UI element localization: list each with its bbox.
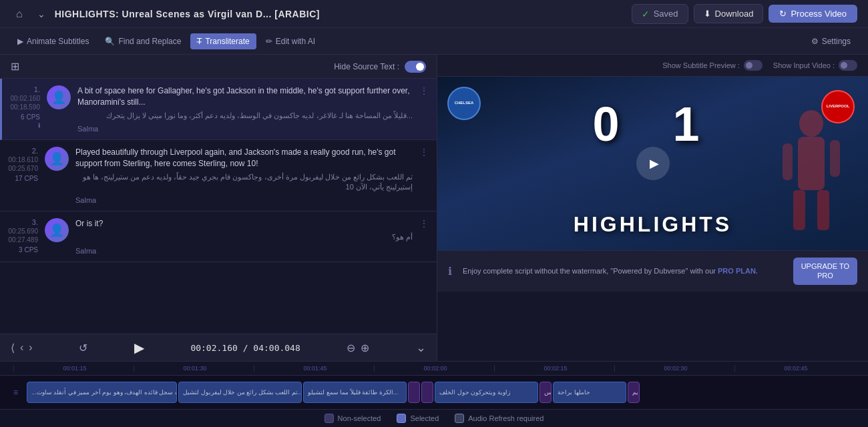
toolbar-left: ▶ Animate Subtitles 🔍 Find and Replace T… [11,33,322,49]
ruler-mark: 00:01:30 [134,365,254,372]
subtitle-content: Or is it? أم هو؟ Salma [75,218,413,254]
animate-subtitles-button[interactable]: ▶ Animate Subtitles [11,33,95,49]
timeline-ruler: 00:01:15 00:01:30 00:01:45 00:02:00 00:0… [0,361,868,376]
subtitle-item[interactable]: 1. 00:02.160 00:18.590 6 CPS ℹ 👤 A bit o… [0,79,437,140]
timeline-block[interactable]: يم [628,382,640,403]
download-button[interactable]: ⬇ Download [694,4,764,23]
svg-rect-5 [830,140,840,177]
find-replace-label: Find and Replace [118,37,181,46]
video-play-overlay[interactable]: ▶ [636,147,670,180]
upgrade-banner: ℹ Enjoy complete script without the wate… [437,250,868,292]
find-replace-button[interactable]: 🔍 Find and Replace [98,33,188,49]
process-icon: ↻ [779,9,787,19]
subtitle-menu-icon[interactable]: ⋮ [419,147,429,157]
block-text: زاوية ويتحركون حول الخلف [439,389,510,396]
download-label: Download [715,9,754,19]
score-area: CHELSEA [447,87,481,120]
score-display: 0 1 [592,97,712,151]
timeline-ruler-inner: 00:01:15 00:01:30 00:01:45 00:02:00 00:0… [0,365,868,372]
video-frame: CHELSEA LIVERPOOL 0 1 HIGHLIGHTS [437,77,868,250]
timeline-block[interactable]: الكرة طائفة قليلاً مما سمع لتشيلو... [303,382,407,403]
speaker-name: Salma [75,247,413,255]
edit-ai-button[interactable]: ✏ Edit with AI [259,33,322,49]
subtitle-ar-text: أم هو؟ [75,232,413,242]
subtitle-cps: 6 CPS [21,113,40,121]
subtitle-ar-text: تم اللعب بشكل رائع من خلال ليفربول مرة أ… [75,172,413,193]
subtitles-header: ⊞ Hide Source Text : [0,55,437,79]
timeline-block[interactable]: تم اللعب بشكل رائع من خلال ليفربول لتشيل… [178,382,302,403]
video-options-bar: Show Subtitle Preview : Show Input Video… [437,55,868,77]
subtitle-preview-label: Show Subtitle Preview : [662,61,740,69]
check-icon: ✓ [642,9,650,19]
play-button[interactable]: ▶ [134,340,144,356]
timeline-block[interactable] [408,382,420,403]
download-icon: ⬇ [704,9,711,19]
speaker-name: Salma [77,125,413,133]
zoom-out-button[interactable]: ⊖ [347,342,355,354]
subtitle-menu-icon[interactable]: ⋮ [419,85,429,96]
info-icon: ℹ [448,265,452,278]
nav-next-button[interactable]: › [29,342,32,354]
refresh-button[interactable]: ↺ [79,342,87,354]
zoom-in-button[interactable]: ⊕ [361,342,369,354]
subtitle-preview-toggle[interactable] [744,60,763,71]
input-video-toggle[interactable] [839,60,857,71]
settings-icon: ⚙ [811,37,819,46]
svg-rect-1 [798,137,825,190]
svg-point-0 [799,110,823,137]
nav-prev-button[interactable]: ‹ [20,342,23,354]
search-icon: 🔍 [105,37,115,46]
header-left: ⌂ ⌄ HIGHLIGHTS: Unreal Scenes as Virgil … [11,5,320,23]
subtitle-item[interactable]: 2. 00:18.610 00:25.670 17 CPS 👤 Played b… [0,140,437,211]
legend-audio-refresh: Audio Refresh required [455,414,544,423]
transliterate-button[interactable]: T̶ Transliterate [190,33,256,49]
non-selected-label: Non-selected [338,414,381,422]
timeline-blocks[interactable]: ...هذه المباراة، بداية رائعة لواناهه، حي… [27,380,855,404]
block-text: حاملها براحة [558,389,590,396]
timeline-block[interactable]: حاملها براحة [553,382,626,403]
process-label: Process Video [791,9,847,19]
avatar: 👤 [47,85,71,109]
pro-plan-label: PRO PLAN. [718,267,758,275]
legend-selected: Selected [397,414,439,423]
hide-source-switch[interactable] [405,61,426,73]
subtitle-time-end: 00:25.670 [9,165,39,172]
process-video-button[interactable]: ↻ Process Video [769,5,857,23]
saved-button[interactable]: ✓ Saved [632,4,688,24]
settings-button[interactable]: ⚙ Settings [805,33,857,49]
subtitle-nav: ⟨ ‹ › ↺ ▶ 00:02.160 / 04:00.048 ⊖ ⊕ ⌄ [0,334,437,361]
avatar: 👤 [45,218,69,242]
subtitle-number-col: 3. 00:25.690 00:27.489 3 CPS [8,218,38,254]
subtitles-list: 1. 00:02.160 00:18.590 6 CPS ℹ 👤 A bit o… [0,79,437,334]
edit-icon: ✏ [266,37,272,46]
track-icon: ≡ [13,388,18,397]
timeline-block[interactable]: رس [539,382,552,403]
football-scene: CHELSEA LIVERPOOL 0 1 HIGHLIGHTS [437,77,868,250]
chevron-down-icon: ⌄ [37,9,45,19]
timeline-block[interactable]: ...هذه المباراة، بداية رائعة لواناهه، حي… [27,382,177,403]
panel-icon-button[interactable]: ⊞ [11,60,19,73]
transliterate-label: Transliterate [205,37,249,46]
subtitle-preview-option: Show Subtitle Preview : [662,60,763,71]
timeline-block[interactable] [421,382,433,403]
subtitle-item[interactable]: 3. 00:25.690 00:27.489 3 CPS 👤 Or is it?… [0,211,437,262]
home-button[interactable]: ⌂ [11,5,28,23]
scroll-down-button[interactable]: ⌄ [416,340,426,355]
time-display: 00:02.160 / 04:00.048 [190,343,300,353]
nav-back-button[interactable]: ⟨ [11,342,15,354]
subtitle-en-text: Played beautifully through Liverpool aga… [75,147,413,169]
track-label: ≡ [13,388,25,397]
subtitle-time-end: 00:27.489 [9,236,39,244]
subtitle-cps: 3 CPS [19,246,38,254]
hide-source-toggle: Hide Source Text : [334,61,426,73]
expand-icon[interactable]: ⌄ [33,6,49,22]
subtitle-number: 2. [32,147,38,155]
subtitle-menu-icon[interactable]: ⋮ [419,218,429,229]
header-actions: ✓ Saved ⬇ Download ↻ Process Video [632,4,857,24]
upgrade-button[interactable]: UPGRADE TOPRO [793,258,857,285]
ruler-mark: 00:02:30 [614,365,734,372]
settings-label: Settings [822,37,851,46]
page-title: HIGHLIGHTS: Unreal Scenes as Virgil van … [55,9,320,19]
legend-dot-selected [397,414,406,423]
timeline-block[interactable]: زاوية ويتحركون حول الخلف [435,382,538,403]
